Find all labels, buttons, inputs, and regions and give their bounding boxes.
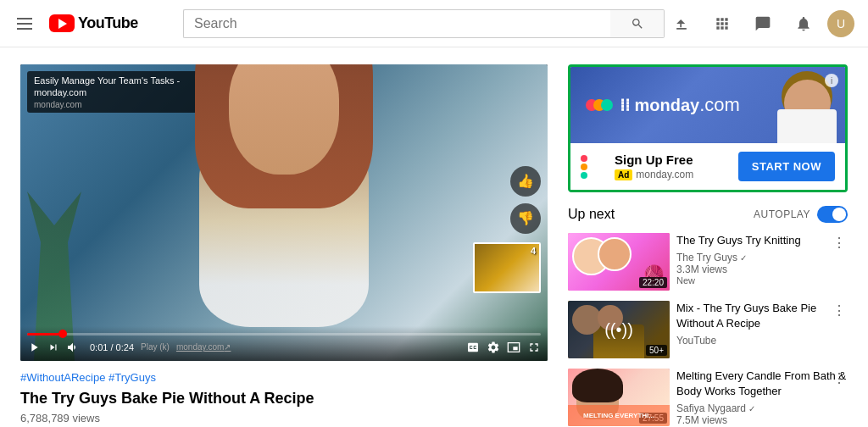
card-channel-3: Safiya Nygaard ✓	[676, 402, 848, 414]
video-player[interactable]: Easily Manage Your Team's Tasks - monday…	[20, 64, 548, 361]
ad-domain-text: monday.com	[636, 169, 693, 180]
dot-green	[581, 172, 587, 179]
ad-text-block: Sign Up Free Ad monday.com	[615, 152, 730, 180]
video-tags[interactable]: #WithoutARecipe #TryGuys	[20, 371, 548, 384]
card-channel-1: The Try Guys ✓	[676, 252, 848, 263]
card-more-2[interactable]: ⋮	[831, 301, 848, 320]
thumbnail-3: MELTING EVERYTHI... 27:55	[568, 369, 670, 426]
card-meta-3: 7.5M views	[676, 414, 848, 426]
start-now-button[interactable]: START NOW	[738, 152, 835, 181]
autoplay-container: AUTOPLAY	[754, 206, 848, 223]
progress-dot	[58, 330, 67, 338]
dot-orange	[581, 164, 587, 170]
monday-dot-group	[581, 155, 587, 179]
card-title-3: Melting Every Candle From Bath & Body Wo…	[676, 369, 848, 399]
video-views: 6,788,789 views	[20, 412, 548, 424]
dot-red	[581, 155, 587, 162]
search-icon	[631, 17, 644, 30]
verified-icon-1: ✓	[740, 253, 747, 263]
autoplay-text: AUTOPLAY	[754, 208, 810, 220]
hamburger-menu[interactable]	[14, 14, 36, 33]
sidebar: ⁞⁞ monday.com i	[568, 64, 848, 427]
ad-info-icon[interactable]: i	[825, 74, 838, 87]
card-title-1: The Try Guys Try Knitting	[676, 233, 848, 248]
up-next-label: Up next	[568, 207, 615, 222]
avatar[interactable]: U	[827, 10, 854, 37]
ad-card[interactable]: ⁞⁞ monday.com i	[568, 64, 848, 192]
search-input[interactable]	[183, 9, 610, 38]
video-reactions: 👍 👎	[510, 166, 541, 234]
thumbnail-1: 🧶 22:20	[568, 233, 670, 291]
controls-right	[466, 341, 541, 354]
search-button[interactable]	[610, 9, 665, 38]
progress-bar[interactable]	[27, 333, 541, 336]
card-title-2: Mix - The Try Guys Bake Pie Without A Re…	[676, 301, 848, 331]
video-card-1[interactable]: 🧶 22:20 The Try Guys Try Knitting The Tr…	[568, 233, 848, 291]
play-triangle	[58, 19, 67, 29]
fullscreen-button[interactable]	[527, 341, 541, 354]
video-info: #WithoutARecipe #TryGuys The Try Guys Ba…	[20, 371, 548, 427]
playlist-thumbnail[interactable]: 4	[473, 242, 541, 293]
ad-banner: ⁞⁞ monday.com i	[570, 67, 845, 143]
play-button[interactable]	[27, 341, 41, 354]
playlist-number: 4	[531, 246, 536, 256]
youtube-logo[interactable]: YouTube	[49, 14, 138, 32]
video-card-2[interactable]: ((•)) 50+ Mix - The Try Guys Bake Pie Wi…	[568, 301, 848, 358]
autoplay-toggle[interactable]	[817, 206, 848, 223]
volume-button[interactable]	[66, 341, 80, 354]
card-badge-1: New	[676, 275, 848, 286]
thumbnail-2: ((•)) 50+	[568, 301, 670, 358]
search-container	[183, 9, 665, 38]
thumbnail-mini: 4	[475, 244, 539, 291]
svg-point-2	[601, 99, 613, 111]
ad-badge-row: Ad monday.com	[615, 169, 730, 180]
cc-button[interactable]	[466, 341, 480, 354]
header: YouTube U	[0, 0, 868, 47]
monday-wordmark: ⁞⁞ monday.com	[620, 94, 740, 116]
apps-button[interactable]	[705, 7, 739, 41]
domain-link[interactable]: monday.com ↗	[176, 342, 231, 352]
video-card-3[interactable]: MELTING EVERYTHI... 27:55 Melting Every …	[568, 369, 848, 427]
duration-1: 22:20	[639, 277, 667, 288]
video-title: The Try Guys Bake Pie Without A Recipe	[20, 389, 548, 408]
card-channel-2: YouTube	[676, 335, 848, 347]
ad-badge: Ad	[615, 169, 632, 180]
card-more-3[interactable]: ⋮	[831, 369, 848, 388]
card-info-3: Melting Every Candle From Bath & Body Wo…	[676, 369, 848, 427]
header-left: YouTube	[14, 14, 183, 33]
dislike-reaction-button[interactable]: 👎	[510, 203, 541, 234]
settings-button[interactable]	[487, 341, 500, 354]
monday-ad-icon	[584, 90, 615, 120]
play-label: Play (k)	[141, 342, 170, 352]
card-info-1: The Try Guys Try Knitting The Try Guys ✓…	[676, 233, 848, 291]
card-info-2: Mix - The Try Guys Bake Pie Without A Re…	[676, 301, 848, 358]
person-face	[229, 64, 339, 175]
notifications-button[interactable]	[787, 7, 821, 41]
up-next-header: Up next AUTOPLAY	[568, 206, 848, 223]
youtube-wordmark: YouTube	[78, 14, 138, 32]
monday-small-logo	[581, 154, 606, 180]
like-reaction-button[interactable]: 👍	[510, 166, 541, 197]
controls-row: 0:01 / 0:24 Play (k) monday.com ↗	[27, 341, 541, 354]
verified-icon-3: ✓	[748, 404, 755, 413]
time-display: 0:01 / 0:24	[90, 342, 134, 352]
monday-logo: ⁞⁞ monday.com	[584, 90, 740, 120]
miniplayer-button[interactable]	[507, 341, 520, 354]
playlist-symbol: ((•))	[604, 320, 633, 340]
card-more-1[interactable]: ⋮	[831, 233, 848, 252]
ad-info-row: Sign Up Free Ad monday.com START NOW	[570, 143, 845, 190]
next-button[interactable]	[47, 341, 59, 353]
video-section: Easily Manage Your Team's Tasks - monday…	[20, 64, 548, 427]
progress-fill	[27, 333, 63, 336]
duration-2: 50+	[646, 345, 667, 356]
video-controls: 0:01 / 0:24 Play (k) monday.com ↗	[20, 326, 548, 361]
youtube-icon	[49, 14, 75, 32]
messages-button[interactable]	[746, 7, 780, 41]
upload-button[interactable]	[665, 7, 698, 41]
ad-signup-text: Sign Up Free	[615, 152, 730, 167]
toggle-knob	[832, 208, 846, 221]
header-right: U	[665, 7, 854, 41]
main-content: Easily Manage Your Team's Tasks - monday…	[0, 47, 868, 427]
card-meta-1: 3.3M views	[676, 263, 848, 275]
